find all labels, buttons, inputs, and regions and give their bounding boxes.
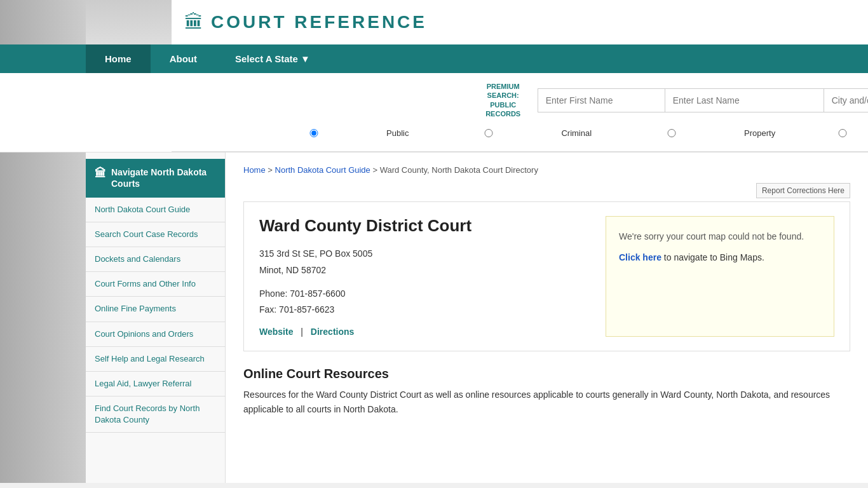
map-placeholder: We're sorry your court map could not be … xyxy=(606,216,834,337)
sidebar-icon: 🏛 xyxy=(95,166,106,181)
online-resources-title: Online Court Resources xyxy=(243,367,850,381)
breadcrumb-home[interactable]: Home xyxy=(243,165,266,175)
report-corrections-container: Report Corrections Here xyxy=(243,185,850,195)
radio-property[interactable]: Property xyxy=(602,128,775,138)
map-bing-text: to navigate to Bing Maps. xyxy=(664,252,764,262)
court-card: Ward County District Court 315 3rd St SE… xyxy=(243,201,850,351)
last-name-input[interactable] xyxy=(665,88,824,112)
map-click-here-link[interactable]: Click here xyxy=(619,252,661,262)
logo-text: COURT REFERENCE xyxy=(211,12,427,32)
report-corrections-link[interactable]: Report Corrections Here xyxy=(756,183,850,198)
court-directions-link[interactable]: Directions xyxy=(311,327,354,337)
court-address: 315 3rd St SE, PO Box 5005 Minot, ND 587… xyxy=(259,246,590,278)
map-sorry-text: We're sorry your court map could not be … xyxy=(619,229,821,243)
logo-icon: 🏛 xyxy=(184,11,203,33)
court-links: Website | Directions xyxy=(259,327,590,337)
premium-label: PREMIUM SEARCH: PUBLIC RECORDS xyxy=(478,82,529,118)
court-title: Ward County District Court xyxy=(259,216,590,236)
nav-item-state[interactable]: Select A State ▼ xyxy=(216,44,329,73)
online-resources-section: Online Court Resources Resources for the… xyxy=(243,367,850,416)
breadcrumb-current: Ward County, North Dakota Court Director… xyxy=(380,165,538,175)
radio-marriage-divorce[interactable]: Marriage & Divorce xyxy=(785,123,868,142)
sidebar-item-self-help[interactable]: Self Help and Legal Research xyxy=(86,347,225,372)
sidebar-item-legal-aid[interactable]: Legal Aid, Lawyer Referral xyxy=(86,372,225,396)
first-name-input[interactable] xyxy=(538,88,665,112)
sidebar-item-opinions[interactable]: Court Opinions and Orders xyxy=(86,322,225,347)
radio-public[interactable]: Public xyxy=(244,128,409,138)
city-state-input[interactable] xyxy=(824,88,868,112)
court-phone: Phone: 701-857-6600 Fax: 701-857-6623 xyxy=(259,286,590,318)
sidebar-item-find-records[interactable]: Find Court Records by North Dakota Count… xyxy=(86,396,225,433)
radio-criminal[interactable]: Criminal xyxy=(419,128,592,138)
nav-item-about[interactable]: About xyxy=(151,44,216,73)
sidebar-item-court-forms[interactable]: Court Forms and Other Info xyxy=(86,272,225,297)
sidebar-item-fine-payments[interactable]: Online Fine Payments xyxy=(86,297,225,322)
nav-item-home[interactable]: Home xyxy=(86,44,151,73)
court-website-link[interactable]: Website xyxy=(259,327,293,337)
breadcrumb-guide[interactable]: North Dakota Court Guide xyxy=(275,165,370,175)
sidebar-item-search-case[interactable]: Search Court Case Records xyxy=(86,222,225,247)
sidebar-item-dockets[interactable]: Dockets and Calendars xyxy=(86,247,225,272)
sidebar-header: 🏛 Navigate North Dakota Courts xyxy=(86,159,225,197)
sidebar-header-text: Navigate North Dakota Courts xyxy=(111,166,216,189)
sidebar-item-nd-court-guide[interactable]: North Dakota Court Guide xyxy=(86,198,225,222)
breadcrumb: Home > North Dakota Court Guide > Ward C… xyxy=(243,165,850,175)
online-resources-description: Resources for the Ward County District C… xyxy=(243,388,850,416)
